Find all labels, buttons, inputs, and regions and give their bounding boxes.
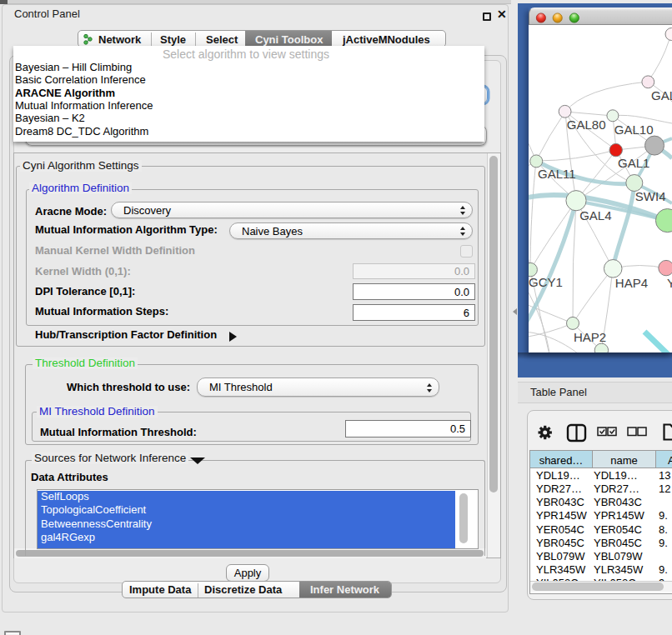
svg-text:GAL11: GAL11 bbox=[538, 167, 576, 181]
svg-text:GAL1: GAL1 bbox=[618, 156, 649, 170]
svg-text:GAL4: GAL4 bbox=[579, 208, 611, 222]
svg-text:Y: Y bbox=[667, 276, 672, 290]
svg-text:GAL80: GAL80 bbox=[567, 118, 606, 132]
svg-text:HAP2: HAP2 bbox=[574, 330, 606, 344]
svg-text:GCY1: GCY1 bbox=[529, 275, 563, 289]
svg-text:GAL10: GAL10 bbox=[614, 122, 654, 137]
svg-text:GAL: GAL bbox=[651, 88, 672, 102]
svg-text:SWI4: SWI4 bbox=[635, 189, 666, 203]
svg-text:HAP4: HAP4 bbox=[615, 276, 648, 290]
